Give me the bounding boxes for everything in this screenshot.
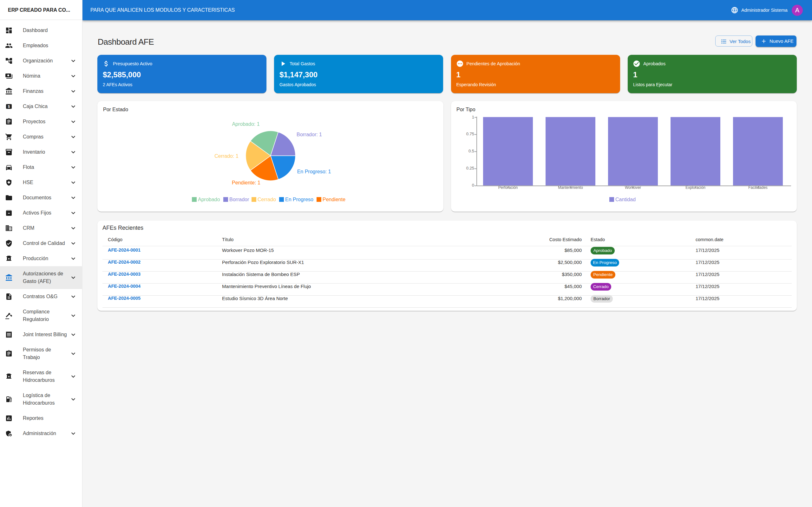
svg-text:$: $ <box>8 105 10 108</box>
